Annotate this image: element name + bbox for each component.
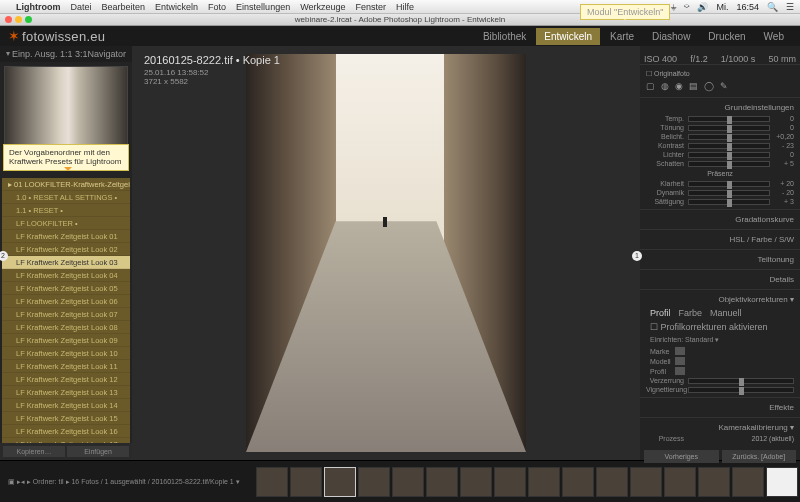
menu-edit[interactable]: Bearbeiten (102, 2, 146, 12)
effects-panel[interactable]: Effekte (646, 401, 794, 414)
module-develop[interactable]: Entwickeln (536, 28, 600, 45)
module-library[interactable]: Bibliothek (475, 28, 534, 45)
spotlight-icon[interactable]: 🔍 (767, 2, 778, 12)
filmstrip-thumb[interactable] (630, 467, 662, 497)
menu-app[interactable]: Lightroom (16, 2, 61, 12)
menu-file[interactable]: Datei (71, 2, 92, 12)
slider[interactable] (688, 152, 770, 158)
redeye-tool-icon[interactable]: ◉ (675, 81, 683, 91)
preset-item[interactable]: LF Kraftwerk Zeitgeist Look 02 (2, 243, 130, 256)
module-print[interactable]: Drucken (700, 28, 753, 45)
slider[interactable] (688, 125, 770, 131)
minimize-icon[interactable] (15, 16, 22, 23)
menu-window[interactable]: Fenster (356, 2, 387, 12)
filmstrip-thumb[interactable] (358, 467, 390, 497)
wifi-icon[interactable]: ⏚ (671, 2, 676, 12)
right-panel: ISO 400f/1.21/1000 s50 mm ☐ Originalfoto… (640, 46, 800, 460)
mac-menubar: Lightroom Datei Bearbeiten Entwickeln Fo… (0, 0, 800, 14)
detail-panel[interactable]: Details (646, 273, 794, 286)
filmstrip-thumb[interactable] (528, 467, 560, 497)
navigator-title: Navigator (87, 49, 126, 59)
menu-develop[interactable]: Entwickeln (155, 2, 198, 12)
preset-item[interactable]: LF LOOKFILTER • (2, 217, 130, 230)
bt-icon[interactable]: ⌔ (684, 2, 689, 12)
module-web[interactable]: Web (756, 28, 792, 45)
image-dim: 3721 x 5582 (144, 77, 280, 86)
filmstrip-thumb[interactable] (392, 467, 424, 497)
edge-mark-right: 1 (632, 251, 642, 261)
menu-tools[interactable]: Werkzeuge (300, 2, 345, 12)
preset-item[interactable]: LF Kraftwerk Zeitgeist Look 01 (2, 230, 130, 243)
navigator-zoom[interactable]: Einp. Ausg. 1:1 3:1 (12, 49, 88, 59)
maximize-icon[interactable] (25, 16, 32, 23)
preset-item[interactable]: LF Kraftwerk Zeitgeist Look 06 (2, 295, 130, 308)
filmstrip-thumb[interactable] (698, 467, 730, 497)
brand-bar: ✶ fotowissen.eu Bibliothek Entwickeln Ka… (0, 26, 800, 46)
tonecurve-panel[interactable]: Gradationskurve (646, 213, 794, 226)
preset-item[interactable]: 1.1 • RESET • (2, 204, 130, 217)
filmstrip-thumb[interactable] (766, 467, 798, 497)
preset-item[interactable]: LF Kraftwerk Zeitgeist Look 03 (2, 256, 130, 269)
preset-item[interactable]: LF Kraftwerk Zeitgeist Look 04 (2, 269, 130, 282)
preset-item[interactable]: ▸ 01 LOOKFILTER-Kraftwerk-Zeitgeist (2, 178, 130, 191)
filmstrip-info[interactable]: ▣ ▸◂ ▸ Ordner: til ▸ 16 Fotos / 1 ausgew… (4, 478, 244, 486)
crop-tool-icon[interactable]: ▢ (646, 81, 655, 91)
split-panel[interactable]: Teiltonung (646, 253, 794, 266)
menu-settings[interactable]: Einstellungen (236, 2, 290, 12)
close-icon[interactable] (5, 16, 12, 23)
filmstrip-thumb[interactable] (460, 467, 492, 497)
filmstrip-thumb[interactable] (256, 467, 288, 497)
distortion-slider[interactable] (688, 378, 794, 384)
preset-item[interactable]: LF Kraftwerk Zeitgeist Look 07 (2, 308, 130, 321)
preset-item[interactable]: LF Kraftwerk Zeitgeist Look 10 (2, 347, 130, 360)
notif-icon[interactable]: ☰ (786, 2, 794, 12)
copy-button[interactable]: Kopieren… (3, 446, 65, 457)
spot-tool-icon[interactable]: ◍ (661, 81, 669, 91)
preset-item[interactable]: LF Kraftwerk Zeitgeist Look 12 (2, 373, 130, 386)
preset-item[interactable]: 1.0 • RESET ALL SETTINGS • (2, 191, 130, 204)
preset-item[interactable]: LF Kraftwerk Zeitgeist Look 09 (2, 334, 130, 347)
original-checkbox[interactable]: ☐ (646, 70, 654, 77)
histogram-meta: ISO 400f/1.21/1000 s50 mm (640, 54, 800, 64)
slider[interactable] (688, 199, 770, 205)
filmstrip-thumb[interactable] (290, 467, 322, 497)
filmstrip-thumb[interactable] (732, 467, 764, 497)
filmstrip-thumb[interactable] (664, 467, 696, 497)
menu-photo[interactable]: Foto (208, 2, 226, 12)
filmstrip-thumb[interactable] (324, 467, 356, 497)
slider[interactable] (688, 116, 770, 122)
preset-item[interactable]: LF Kraftwerk Zeitgeist Look 05 (2, 282, 130, 295)
lens-enable-checkbox[interactable]: ☐ (650, 322, 661, 332)
vignette-slider[interactable] (688, 387, 794, 393)
slider[interactable] (688, 190, 770, 196)
filmstrip-thumb[interactable] (562, 467, 594, 497)
filmstrip-thumb[interactable] (426, 467, 458, 497)
radial-tool-icon[interactable]: ◯ (704, 81, 714, 91)
gradient-tool-icon[interactable]: ▤ (689, 81, 698, 91)
menu-help[interactable]: Hilfe (396, 2, 414, 12)
filmstrip-thumb[interactable] (494, 467, 526, 497)
hsl-panel[interactable]: HSL / Farbe / S/W (646, 233, 794, 246)
preset-item[interactable]: LF Kraftwerk Zeitgeist Look 14 (2, 399, 130, 412)
preset-item[interactable]: LF Kraftwerk Zeitgeist Look 11 (2, 360, 130, 373)
preset-item[interactable]: LF Kraftwerk Zeitgeist Look 15 (2, 412, 130, 425)
slider[interactable] (688, 134, 770, 140)
module-slideshow[interactable]: Diashow (644, 28, 698, 45)
navigator-preview[interactable]: Der Vorgabenordner mit den Kraftwerk Pre… (4, 66, 128, 170)
preset-item[interactable]: LF Kraftwerk Zeitgeist Look 08 (2, 321, 130, 334)
preset-item[interactable]: LF Kraftwerk Zeitgeist Look 13 (2, 386, 130, 399)
filmstrip-thumb[interactable] (596, 467, 628, 497)
basic-title[interactable]: Grundeinstellungen (646, 101, 794, 114)
slider[interactable] (688, 143, 770, 149)
reset-button[interactable]: Zurücks. [Adobe] (722, 450, 797, 463)
volume-icon[interactable]: 🔊 (697, 2, 708, 12)
slider[interactable] (688, 181, 770, 187)
preset-item[interactable]: LF Kraftwerk Zeitgeist Look 16 (2, 425, 130, 438)
previous-button[interactable]: Vorheriges (644, 450, 719, 463)
paste-button[interactable]: Einfügen (67, 446, 129, 457)
module-map[interactable]: Karte (602, 28, 642, 45)
slider[interactable] (688, 161, 770, 167)
canvas[interactable]: 20160125-8222.tif • Kopie 1 25.01.16 13:… (132, 46, 640, 460)
brush-tool-icon[interactable]: ✎ (720, 81, 728, 91)
navigator-header[interactable]: ▾ Navigator Einp. Ausg. 1:1 3:1 (0, 46, 132, 62)
